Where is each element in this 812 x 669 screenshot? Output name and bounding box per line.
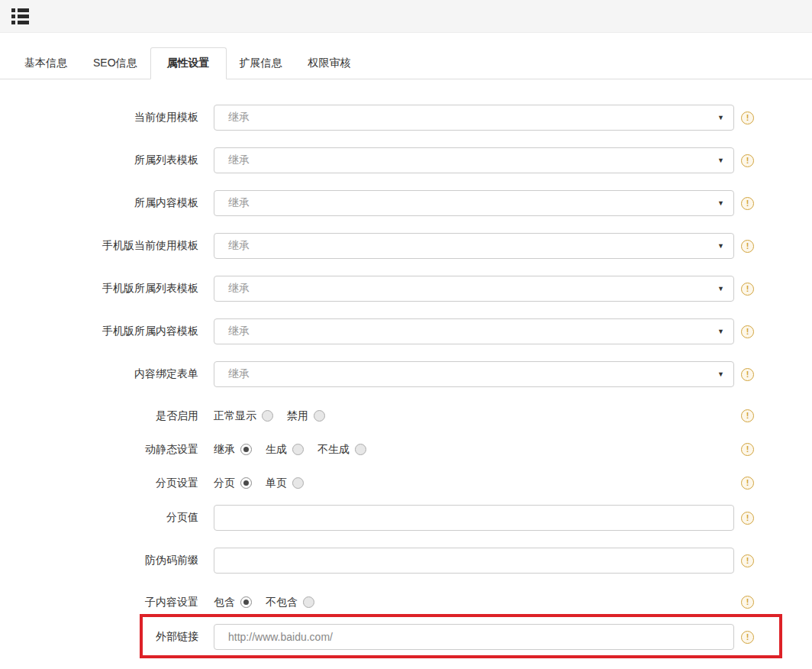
content-bind-form-select[interactable]: 继承 ▼ [214,361,734,387]
radio-button[interactable] [240,477,252,489]
warning-icon: ! [741,368,754,381]
list-template-select[interactable]: 继承 ▼ [214,147,734,173]
chevron-down-icon: ▼ [717,328,724,335]
radio-option-disabled[interactable]: 禁用 [287,409,325,423]
radio-option-no-generate[interactable]: 不生成 [317,443,366,457]
mobile-list-template-select[interactable]: 继承 ▼ [214,276,734,302]
field-mobile-list-template: 手机版所属列表模板 继承 ▼ ! [0,276,812,302]
radio-label: 生成 [266,443,287,457]
radio-option-single-page[interactable]: 单页 [266,477,304,490]
radio-button[interactable] [292,444,304,455]
top-bar [0,0,812,33]
radio-label: 不包含 [266,596,298,609]
radio-button[interactable] [314,410,325,422]
field-label: 所属列表模板 [0,154,214,167]
radio-button[interactable] [355,444,366,455]
warning-icon: ! [741,512,754,525]
mobile-content-template-select[interactable]: 继承 ▼ [214,318,734,344]
field-label: 外部链接 [0,630,214,644]
field-pagination-setting: 分页设置 分页 单页 ! [0,471,812,495]
field-label: 分页设置 [0,477,214,490]
field-label: 是否启用 [0,409,214,423]
field-enable-status: 是否启用 正常显示 禁用 ! [0,404,812,428]
radio-option-exclude[interactable]: 不包含 [266,596,314,609]
tab-basic-info[interactable]: 基本信息 [11,47,80,79]
pagination-value-input[interactable] [214,505,734,531]
radio-button[interactable] [240,444,252,455]
radio-button[interactable] [262,410,273,422]
radio-label: 正常显示 [214,409,256,423]
field-label: 手机版所属内容模板 [0,325,214,338]
warning-icon: ! [741,112,754,124]
select-value: 继承 [228,154,250,167]
warning-icon: ! [741,325,754,338]
radio-option-inherit[interactable]: 继承 [214,443,252,457]
warning-icon: ! [741,283,754,296]
tab-extended-info[interactable]: 扩展信息 [227,47,295,79]
select-value: 继承 [228,282,250,296]
field-mobile-current-template: 手机版当前使用模板 继承 ▼ ! [0,233,812,259]
field-label: 防伪码前缀 [0,554,214,567]
field-content-template: 所属内容模板 继承 ▼ ! [0,190,812,216]
field-sub-content-setting: 子内容设置 包含 不包含 ! [0,590,812,614]
field-label: 当前使用模板 [0,111,214,124]
field-anti-fake-prefix: 防伪码前缀 ! [0,548,812,574]
radio-button[interactable] [292,477,304,489]
current-template-select[interactable]: 继承 ▼ [214,105,734,131]
field-label: 内容绑定表单 [0,367,214,381]
radio-label: 不生成 [317,443,350,457]
chevron-down-icon: ▼ [717,157,724,164]
radio-label: 单页 [266,477,287,490]
field-label: 所属内容模板 [0,196,214,210]
tab-bar: 基本信息 SEO信息 属性设置 扩展信息 权限审核 [0,47,812,79]
field-current-template: 当前使用模板 继承 ▼ ! [0,105,812,131]
select-value: 继承 [228,367,250,381]
radio-option-generate[interactable]: 生成 [266,443,304,457]
field-list-template: 所属列表模板 继承 ▼ ! [0,147,812,173]
mobile-current-template-select[interactable]: 继承 ▼ [214,233,734,259]
warning-icon: ! [741,240,754,253]
field-mobile-content-template: 手机版所属内容模板 继承 ▼ ! [0,318,812,344]
radio-label: 继承 [214,443,235,457]
radio-label: 包含 [214,596,235,609]
warning-icon: ! [741,477,754,490]
field-label: 手机版所属列表模板 [0,282,214,296]
list-menu-icon[interactable] [11,8,29,24]
select-value: 继承 [228,111,250,124]
external-link-input[interactable] [214,624,734,650]
radio-button[interactable] [240,596,252,608]
chevron-down-icon: ▼ [717,243,724,250]
attribute-settings-form: 当前使用模板 继承 ▼ ! 所属列表模板 继承 ▼ ! 所属内容模板 继承 ▼ [0,79,812,650]
tab-seo-info[interactable]: SEO信息 [80,47,150,79]
warning-icon: ! [741,409,754,422]
warning-icon: ! [741,631,754,644]
select-value: 继承 [228,196,250,210]
field-pagination-value: 分页值 ! [0,505,812,531]
radio-label: 分页 [214,477,235,490]
radio-option-normal-display[interactable]: 正常显示 [214,409,273,423]
chevron-down-icon: ▼ [717,286,724,292]
field-static-setting: 动静态设置 继承 生成 不生成 ! [0,438,812,461]
warning-icon: ! [741,154,754,167]
select-value: 继承 [228,239,250,253]
field-content-bind-form: 内容绑定表单 继承 ▼ ! [0,361,812,387]
warning-icon: ! [741,443,754,456]
field-label: 分页值 [0,511,214,525]
chevron-down-icon: ▼ [717,200,724,207]
radio-button[interactable] [303,596,314,608]
select-value: 继承 [228,325,250,338]
chevron-down-icon: ▼ [717,371,724,378]
tab-permission-review[interactable]: 权限审核 [295,47,364,79]
warning-icon: ! [741,596,754,609]
warning-icon: ! [741,554,754,567]
warning-icon: ! [741,197,754,210]
field-label: 子内容设置 [0,596,214,609]
radio-label: 禁用 [287,409,308,423]
anti-fake-prefix-input[interactable] [214,548,734,574]
content-template-select[interactable]: 继承 ▼ [214,190,734,216]
chevron-down-icon: ▼ [717,115,724,121]
field-label: 手机版当前使用模板 [0,239,214,253]
tab-attribute-settings[interactable]: 属性设置 [150,47,227,79]
radio-option-include[interactable]: 包含 [214,596,252,609]
radio-option-paged[interactable]: 分页 [214,477,252,490]
